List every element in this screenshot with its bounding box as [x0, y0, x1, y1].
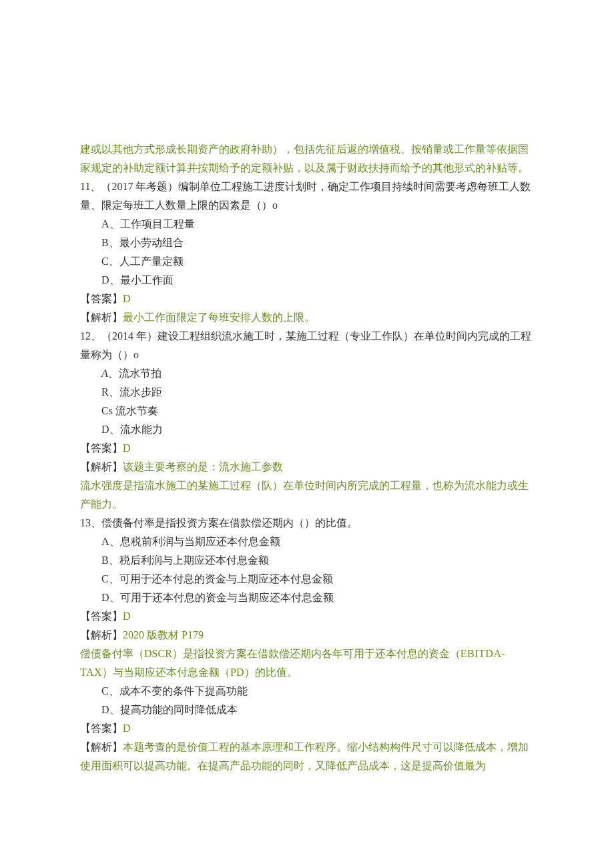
- q13-option-d: D、可用于还本付息的资金与当期应还本付息金额: [101, 588, 534, 607]
- answer-label: 【答案】: [80, 442, 123, 454]
- q13-exp2-c: ）与当期应还本付息金额（PD）的比值。: [102, 667, 297, 678]
- q12-option-a: A、流水节拍: [101, 364, 534, 383]
- q14-option-c: C、成本不变的条件下提高功能: [101, 682, 534, 701]
- q13-option-a: A、息税前利润与当期应还本付息金额: [101, 532, 534, 551]
- q13-explanation-2: 偿债备付率（DSCR）是指投资方案在借款偿还期内各年可用于还本付息的资金（EBI…: [80, 644, 534, 682]
- q13-answer: 【答案】D: [80, 607, 534, 626]
- q11-options: A、工作项目工程量 B、最小劳动组合 C、人工产量定额 D、最小工作面: [80, 215, 534, 290]
- explanation-label: 【解析】: [80, 629, 123, 640]
- q11-explanation: 【解析】最小工作面限定了每班安排人数的上限。: [80, 308, 534, 327]
- q14-answer: 【答案】D: [80, 719, 534, 738]
- explanation-body: 本题考查的是价值工程的基本原理和工作程序。缩小结构构件尺寸可以降低成本，增加使用…: [80, 741, 529, 771]
- q13-exp2-a: 偿债备付率（DSCR）是指投资方案在借款偿还期内各年可用于还本付息的资金（: [80, 648, 460, 659]
- option-letter-a: A: [101, 368, 108, 379]
- q13-options: A、息税前利润与当期应还本付息金额 B、税后利润与上期应还本付息金额 C、可用于…: [80, 532, 534, 607]
- q12-option-a-text: 、流水节拍: [108, 368, 162, 379]
- q11-option-c: C、人工产量定额: [101, 252, 534, 271]
- q12-option-d: D、流水能力: [101, 420, 534, 439]
- q13-option-c: C、可用于还本付息的资金与上期应还本付息金额: [101, 570, 534, 588]
- explanation-label: 【解析】: [80, 461, 123, 472]
- explanation-body: 最小工作面限定了每班安排人数的上限。: [123, 312, 315, 323]
- q12-answer: 【答案】D: [80, 439, 534, 458]
- answer-value: D: [123, 293, 131, 304]
- q11-stem: 11、（2017 年考题）编制单位工程施工进度计划时，确定工作项目持续时间需要考…: [80, 177, 534, 215]
- q11-option-b: B、最小劳动组合: [101, 234, 534, 252]
- q11-option-d: D、最小工作面: [101, 271, 534, 290]
- explanation-body: 该题主要考察的是：流水施工参数: [123, 461, 283, 472]
- q13-explanation-1: 【解析】2020 版教材 P179: [80, 626, 534, 644]
- q14-options: C、成本不变的条件下提高功能 D、提高功能的同时降低成本: [80, 682, 534, 719]
- q12-options: A、流水节拍 R、流水步距 Cs 流水节奏 D、流水能力: [80, 364, 534, 439]
- answer-label: 【答案】: [80, 723, 123, 734]
- q13-stem: 13、偿债备付率是指投资方案在借款偿还期内（）的比值。: [80, 514, 534, 532]
- explanation-body: 2020 版教材 P179: [123, 629, 204, 640]
- q13-option-b: B、税后利润与上期应还本付息金额: [101, 551, 534, 570]
- q12-option-b: R、流水步距: [101, 383, 534, 402]
- answer-value: D: [123, 723, 131, 734]
- q12-stem: 12、（2014 年）建设工程组织流水施工时，某施工过程（专业工作队）在单位时间…: [80, 327, 534, 364]
- intro-text: 建或以其他方式形成长期资产的政府补助），包括先征后返的增值税、按销量或工作量等依…: [80, 140, 534, 177]
- q12-option-c: Cs 流水节奏: [101, 402, 534, 420]
- answer-label: 【答案】: [80, 293, 123, 304]
- q11-option-a: A、工作项目工程量: [101, 215, 534, 234]
- answer-value: D: [123, 442, 131, 454]
- q11-answer: 【答案】D: [80, 290, 534, 308]
- answer-value: D: [123, 610, 131, 622]
- explanation-label: 【解析】: [80, 312, 123, 323]
- q12-explanation-2: 流水强度是指流水施工的某施工过程（队）在单位时间内所完成的工程量，也称为流水能力…: [80, 476, 534, 514]
- q12-explanation-1: 【解析】该题主要考察的是：流水施工参数: [80, 458, 534, 476]
- q14-option-d: D、提高功能的同时降低成本: [101, 701, 534, 719]
- answer-label: 【答案】: [80, 610, 123, 622]
- q14-explanation: 【解析】本题考查的是价值工程的基本原理和工作程序。缩小结构构件尺寸可以降低成本，…: [80, 738, 534, 775]
- explanation-label: 【解析】: [80, 741, 123, 753]
